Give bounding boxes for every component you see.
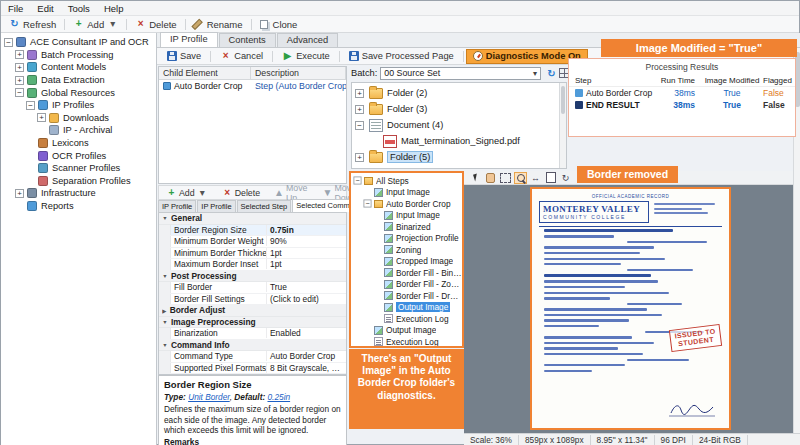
property-row-border-fill-settings[interactable]: Border Fill Settings(Click to edit) [159,294,346,306]
help-type-link[interactable]: Unit Border [188,392,230,402]
nav-tree-item-ip-profiles[interactable]: −IP Profiles [4,99,156,112]
step-item-border-fill-dropout-mask[interactable]: −Border Fill - Dropout Mask [353,290,462,302]
cancel-button[interactable]: ×Cancel [213,49,270,64]
nav-tree-item-infrastructure[interactable]: +Infrastructure [4,187,156,200]
expander-icon[interactable]: + [15,63,24,72]
step-item-auto-border-crop[interactable]: −Auto Border Crop [353,198,462,210]
step-item-binarized[interactable]: −Binarized [353,221,462,233]
refresh-button[interactable]: ↻Refresh [3,17,62,32]
property-row-binarization[interactable]: BinarizationEnabled [159,328,346,340]
property-row-supported-pixel-formats[interactable]: Supported Pixel Formats8 Bit Grayscale, … [159,363,346,375]
step-item-input-image[interactable]: −Input Image [353,187,462,199]
nav-tree-item-downloads[interactable]: +Downloads [4,112,156,125]
add-button[interactable]: +Add▾ [161,185,213,200]
tab-contents[interactable]: Contents [219,33,276,47]
nav-tree-item-scanner-profiles[interactable]: −Scanner Profiles [4,162,156,175]
expander-icon[interactable]: + [355,89,364,98]
marquee-icon[interactable] [499,172,512,184]
nav-tree-item-separation-profiles[interactable]: −Separation Profiles [4,175,156,188]
menu-item-file[interactable]: File [1,1,30,15]
results-row-end-result[interactable]: END RESULT38msTrueFalse [569,99,795,111]
results-row-auto-border-crop[interactable]: Auto Border Crop38msTrueFalse [569,87,795,99]
tab-advanced[interactable]: Advanced [277,33,338,47]
nav-tree-item-ace-consultant-ip-and-ocr[interactable]: −ACE Consultant IP and OCR [4,36,156,49]
expander-icon[interactable]: + [355,105,364,114]
expand-icon[interactable]: ▶ [162,307,166,313]
step-item-output-image[interactable]: −Output Image [353,325,462,337]
nav-tree-item-batch-processing[interactable]: +Batch Processing [4,49,156,62]
delete-button[interactable]: ×Delete [129,17,182,32]
expander-icon[interactable]: − [4,38,13,47]
property-row-minimum-border-thickness[interactable]: Minimum Border Thickness1pt [159,248,346,260]
batch-dropdown[interactable]: 00 Source Set ▾ [380,67,541,80]
property-group-image-preprocessing[interactable]: ▼Image Preprocessing [159,317,346,329]
expander-icon[interactable]: − [353,177,361,185]
step-item-input-image[interactable]: −Input Image [353,210,462,222]
property-row-border-region-size[interactable]: Border Region Size0.75in [159,225,346,237]
nav-tree-item-global-resources[interactable]: −Global Resources [4,86,156,99]
rotate-icon[interactable]: ↻ [559,172,572,184]
save-processed-page-button[interactable]: Save Processed Page [342,49,461,64]
step-item-execution-log[interactable]: −Execution Log [353,336,462,348]
property-tab-selected-step-2[interactable]: Selected Step [237,200,292,212]
fit-page-icon[interactable] [544,172,557,184]
property-group-command-info[interactable]: ▼Command Info [159,340,346,352]
tab-ip-profile[interactable]: IP Profile [160,32,218,47]
nav-tree-item-ocr-profiles[interactable]: −OCR Profiles [4,149,156,162]
property-group-border-adjust[interactable]: ▶Border Adjust [159,305,346,317]
step-item-border-fill-zoning[interactable]: −Border Fill - Zoning [353,279,462,291]
image-viewer-canvas[interactable]: OFFICIAL ACADEMIC RECORD MONTEREY VALLEY… [464,185,793,433]
expander-icon[interactable]: + [15,50,24,59]
step-item-output-image[interactable]: −Output Image [353,302,462,314]
expander-icon[interactable]: − [15,88,24,97]
save-button[interactable]: Save [160,49,208,64]
collapse-icon[interactable]: ▼ [162,342,167,347]
step-item-all-steps[interactable]: −All Steps [353,175,462,187]
step-item-zoning[interactable]: −Zoning [353,244,462,256]
expander-icon[interactable]: + [37,113,46,122]
execute-button[interactable]: ▶Execute [275,49,337,64]
nav-tree-item-ip-archival[interactable]: −IP - Archival [4,124,156,137]
property-tab-ip-profile-1[interactable]: IP Profile [197,200,235,212]
nav-tree-item-content-models[interactable]: +Content Models [4,61,156,74]
menu-item-edit[interactable]: Edit [30,1,60,15]
expander-icon[interactable]: + [355,153,364,162]
zoom-icon[interactable] [514,172,527,184]
batch-item-folder-2[interactable]: +Folder (2) [355,85,566,101]
batch-tree-scrollbar[interactable] [559,83,566,168]
batch-item-folder-5[interactable]: +Folder (5) [355,149,566,165]
menu-item-help[interactable]: Help [97,1,131,15]
nav-tree-item-lexicons[interactable]: −Lexicons [4,137,156,150]
batch-item-folder-3[interactable]: +Folder (3) [355,101,566,117]
step-item-execution-log[interactable]: −Execution Log [353,313,462,325]
delete-button[interactable]: ×Delete [217,185,265,200]
property-row-maximum-border-inset[interactable]: Maximum Border Inset1pt [159,259,346,271]
expander-icon[interactable]: − [355,121,364,130]
property-group-post-processing[interactable]: ▼Post Processing [159,271,346,283]
menu-item-tools[interactable]: Tools [61,1,97,15]
property-row-minimum-border-weight[interactable]: Minimum Border Weight90% [159,236,346,248]
collapse-icon[interactable]: ▼ [162,319,167,324]
clone-button[interactable]: Clone [254,17,304,32]
rename-button[interactable]: Rename [188,17,249,32]
batch-refresh-icon[interactable]: ↻ [546,68,557,79]
batch-item-document-4[interactable]: −Document (4) [355,117,566,133]
pointer-icon[interactable] [469,172,482,184]
step-item-projection-profile[interactable]: −Projection Profile [353,233,462,245]
expander-icon[interactable]: + [15,189,24,198]
expander-icon[interactable]: − [26,101,35,110]
collapse-icon[interactable]: ▼ [162,216,167,221]
move-up-button[interactable]: ▲Move Up [269,185,314,200]
child-grid-row[interactable]: Auto Border Crop Step (Auto Border Crop) [159,80,346,92]
nav-tree-item-data-extraction[interactable]: +Data Extraction [4,74,156,87]
nav-tree-item-reports[interactable]: −Reports [4,200,156,213]
step-item-cropped-image[interactable]: −Cropped Image [353,256,462,268]
batch-item-matt-termination-signed-pdf[interactable]: −Matt_termination_Signed.pdf [355,133,566,149]
property-tab-ip-profile-0[interactable]: IP Profile [158,200,196,212]
fit-width-icon[interactable]: ↔ [529,172,542,184]
expander-icon[interactable]: + [15,76,24,85]
property-row-command-type[interactable]: Command TypeAuto Border Crop [159,351,346,363]
hand-icon[interactable] [484,172,497,184]
property-row-fill-border[interactable]: Fill BorderTrue [159,282,346,294]
step-item-border-fill-binarized[interactable]: −Border Fill - Binarized [353,267,462,279]
